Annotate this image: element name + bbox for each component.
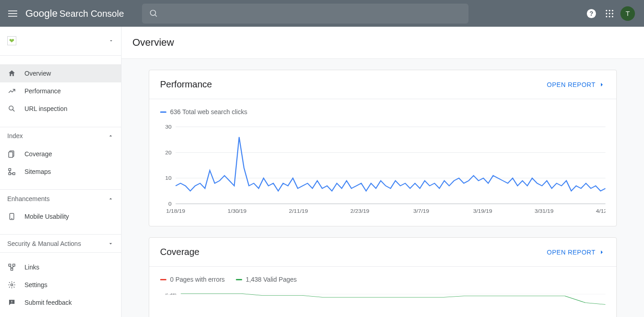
sidebar-item-url-inspection[interactable]: URL inspection — [0, 100, 121, 118]
sidebar-item-coverage[interactable]: Coverage — [0, 145, 121, 163]
home-icon — [7, 69, 16, 77]
section-label: Enhancements — [7, 195, 49, 202]
sidebar-item-links[interactable]: Links — [0, 258, 121, 276]
svg-point-14 — [609, 16, 610, 17]
search-icon — [149, 9, 158, 18]
sidebar-item-feedback[interactable]: Submit feedback — [0, 294, 121, 312]
sidebar-item-label: Sitemaps — [24, 168, 51, 175]
legend-item-errors: 0 Pages with errors — [160, 276, 225, 283]
sidebar-item-label: Coverage — [24, 150, 52, 158]
svg-rect-2 — [8, 16, 17, 17]
svg-point-15 — [612, 16, 613, 17]
coverage-chart: 2.4K — [160, 292, 605, 317]
gear-icon — [7, 281, 16, 289]
svg-point-12 — [612, 13, 613, 14]
svg-text:20: 20 — [165, 149, 171, 155]
svg-text:2/23/19: 2/23/19 — [350, 208, 369, 214]
phone-icon — [7, 212, 16, 221]
avatar-letter: T — [620, 6, 635, 21]
svg-text:3/19/19: 3/19/19 — [473, 208, 492, 214]
sitemaps-icon — [7, 168, 16, 176]
svg-text:30: 30 — [165, 125, 171, 130]
sidebar-item-label: Links — [24, 264, 39, 271]
sidebar-section-index[interactable]: Index — [0, 127, 121, 145]
svg-line-17 — [13, 110, 15, 111]
sidebar-item-label: Submit feedback — [24, 299, 72, 306]
svg-point-3 — [151, 10, 156, 15]
svg-text:3/31/19: 3/31/19 — [535, 208, 554, 214]
svg-line-4 — [155, 14, 157, 16]
sidebar-item-mobile-usability[interactable]: Mobile Usability — [0, 207, 121, 225]
svg-text:10: 10 — [165, 175, 171, 181]
sidebar-section-enhancements[interactable]: Enhancements — [0, 190, 121, 207]
svg-text:3/7/19: 3/7/19 — [413, 208, 429, 214]
open-report-link[interactable]: OPEN REPORT — [547, 249, 605, 256]
chevron-right-icon — [598, 81, 605, 88]
sidebar-item-label: Performance — [24, 87, 61, 95]
sidebar-item-label: Overview — [24, 70, 51, 77]
svg-text:1/18/19: 1/18/19 — [166, 208, 185, 214]
chevron-up-icon — [107, 196, 114, 202]
svg-point-34 — [11, 303, 12, 304]
sidebar-item-overview[interactable]: Overview — [0, 64, 121, 82]
search-input[interactable] — [142, 4, 468, 24]
open-report-label: OPEN REPORT — [547, 249, 595, 256]
svg-rect-0 — [8, 10, 17, 11]
chevron-down-icon — [108, 38, 114, 43]
svg-text:2.4K: 2.4K — [165, 293, 177, 295]
svg-text:1/30/19: 1/30/19 — [228, 208, 247, 214]
performance-card: Performance OPEN REPORT 636 Total web se… — [149, 70, 617, 226]
section-label: Index — [7, 132, 23, 139]
sidebar-item-performance[interactable]: Performance — [0, 82, 121, 100]
sidebar-item-label: Mobile Usability — [24, 213, 69, 220]
chevron-right-icon — [598, 249, 605, 256]
logo-product: Search Console — [59, 9, 124, 19]
svg-point-16 — [9, 106, 13, 110]
app-header: Google Search Console ? T — [0, 0, 644, 27]
svg-point-9 — [612, 10, 613, 11]
swatch-green — [236, 279, 242, 280]
svg-point-32 — [11, 284, 13, 286]
svg-rect-20 — [9, 168, 11, 171]
svg-text:?: ? — [590, 10, 593, 17]
account-avatar[interactable]: T — [619, 5, 637, 23]
sidebar-item-label: URL inspection — [24, 105, 67, 112]
sidebar: ❤ Overview Performance URL inspection In… — [0, 27, 122, 317]
search-icon — [7, 105, 16, 113]
svg-point-10 — [606, 13, 607, 14]
svg-point-11 — [609, 13, 610, 14]
links-icon — [7, 263, 16, 271]
legend-item-clicks: 636 Total web search clicks — [160, 108, 247, 115]
performance-chart: 01020301/18/191/30/192/11/192/23/193/7/1… — [160, 125, 605, 215]
svg-point-13 — [606, 16, 607, 17]
card-title: Coverage — [160, 247, 200, 257]
section-label: Security & Manual Actions — [7, 240, 81, 247]
page-title: Overview — [122, 27, 644, 59]
property-selector[interactable]: ❤ — [0, 27, 121, 55]
sidebar-item-settings[interactable]: Settings — [0, 276, 121, 294]
svg-rect-1 — [8, 13, 17, 14]
svg-rect-21 — [13, 173, 15, 175]
open-report-label: OPEN REPORT — [547, 81, 595, 88]
svg-text:2/11/19: 2/11/19 — [289, 208, 308, 214]
legend-item-valid: 1,438 Valid Pages — [236, 276, 297, 283]
svg-text:4/12/19: 4/12/19 — [596, 208, 605, 214]
card-title: Performance — [160, 79, 212, 90]
sidebar-section-security[interactable]: Security & Manual Actions — [0, 235, 121, 252]
menu-icon[interactable] — [7, 8, 18, 19]
main-content: Overview Performance OPEN REPORT 636 Tot… — [122, 27, 644, 317]
chevron-down-icon — [107, 240, 114, 247]
svg-rect-27 — [9, 264, 11, 266]
product-logo: Google Search Console — [25, 8, 124, 19]
apps-icon[interactable] — [600, 5, 619, 23]
swatch-red — [160, 279, 166, 280]
sidebar-item-sitemaps[interactable]: Sitemaps — [0, 163, 121, 180]
heart-icon: ❤ — [7, 36, 16, 45]
performance-icon — [7, 87, 16, 95]
chevron-up-icon — [107, 133, 114, 139]
coverage-icon — [7, 150, 16, 158]
open-report-link[interactable]: OPEN REPORT — [547, 81, 605, 88]
svg-rect-22 — [9, 173, 11, 175]
help-icon[interactable]: ? — [582, 5, 600, 23]
swatch-blue — [160, 111, 166, 113]
